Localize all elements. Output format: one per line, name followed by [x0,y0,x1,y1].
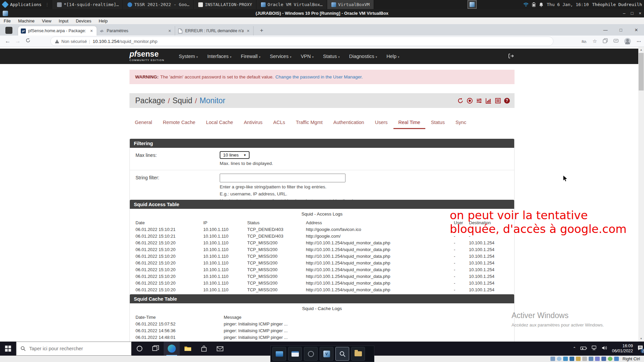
collections-icon[interactable] [603,38,608,44]
user-manager-link[interactable]: Change the password in the User Manager. [275,74,363,79]
shared-folders-icon[interactable] [582,357,587,361]
dock-item-virtualbox[interactable]: V [320,347,333,361]
nav-item-diagnostics[interactable]: Diagnostics▾ [344,54,382,59]
virtualbox-tray-icon[interactable] [468,0,477,9]
audio-icon[interactable] [563,357,568,361]
nav-item-status[interactable]: Status▾ [318,54,344,59]
vbox-menu-input[interactable]: Input [55,18,72,23]
refresh-icon[interactable] [23,38,33,45]
host-user[interactable]: Théophile Dudreuilh [592,2,642,7]
dock-item-folder[interactable] [351,347,365,361]
host-clock[interactable]: Thu 6 Jan, 16:10 [547,2,589,7]
features-icon[interactable] [601,357,606,361]
back-icon[interactable]: ← [3,38,13,45]
volume-icon[interactable] [602,346,607,352]
cortana-button[interactable] [131,342,148,356]
dock-item-magnifier[interactable] [335,347,349,361]
dock-item-window[interactable] [272,347,286,361]
nav-item-firewall[interactable]: Firewall▾ [236,54,265,59]
nav-item-help[interactable]: Help▾ [382,54,404,59]
string-filter-input[interactable] [220,174,345,182]
tab-authentication[interactable]: Authentication [328,117,369,129]
tab-close-icon[interactable]: × [246,28,251,34]
display-icon[interactable] [589,357,593,361]
forward-icon[interactable]: → [13,38,23,45]
battery-icon[interactable] [580,346,587,352]
mouse-icon[interactable] [608,357,612,361]
scroll-down-icon[interactable]: ▼ [638,336,644,342]
tab-search-icon[interactable] [5,27,12,34]
vbox-menu-machine[interactable]: Machine [14,18,38,23]
scroll-up-icon[interactable]: ▲ [638,47,644,53]
page-scrollbar[interactable]: ▲ ▼ [638,47,644,342]
scrollbar-thumb[interactable] [639,53,644,90]
host-window-button[interactable]: TSSR 2021-2022 - Goo… [123,0,194,9]
nav-item-system[interactable]: System▾ [174,54,203,59]
translate-icon[interactable]: aあ [582,39,587,44]
mail-button[interactable] [212,342,228,356]
more-menu-icon[interactable]: ⋯ [637,39,641,44]
vbox-menu-file[interactable]: File [0,18,14,23]
tab-status[interactable]: Status [426,117,450,129]
host-window-button[interactable]: Oracle VM VirtualBox… [257,0,327,9]
log-icon[interactable] [495,98,501,104]
security-chip[interactable]: Non sécurisé | [55,39,90,44]
new-tab-button[interactable]: + [258,27,266,34]
vbox-menu-devices[interactable]: Devices [72,18,95,23]
help-icon[interactable]: ? [504,98,510,104]
notifications-bell-icon[interactable] [539,2,543,7]
applications-menu[interactable]: Applications [10,2,42,7]
tab-close-icon[interactable]: × [167,28,172,34]
logout-icon[interactable] [508,53,514,60]
stop-icon[interactable] [467,98,473,104]
network-icon[interactable] [591,346,597,352]
tab-traffic-mgmt[interactable]: Traffic Mgmt [291,117,328,129]
profile-avatar[interactable] [624,38,631,45]
store-button[interactable] [196,342,212,356]
breadcrumb-item[interactable]: Package [135,96,165,105]
favorites-star-icon[interactable]: ☆ [593,38,597,44]
vbox-menu-view[interactable]: View [38,18,55,23]
tab-sync[interactable]: Sync [450,117,471,129]
task-view-button[interactable] [148,342,164,356]
taskbar-search[interactable] [16,342,131,356]
host-window-button[interactable]: *[14-squid-realtime]… [53,0,123,9]
vbox-menu-help[interactable]: Help [95,18,111,23]
nav-item-vpn[interactable]: VPN▾ [296,54,318,59]
keyboard-icon[interactable] [614,357,619,361]
address-bar[interactable]: Non sécurisé | 10.100.1.254/squid_monito… [50,37,553,46]
tab-users[interactable]: Users [370,117,393,129]
host-window-button[interactable]: INSTALLATION-PROXY [194,0,257,9]
file-explorer-button[interactable] [180,342,196,356]
tab-remote-cache[interactable]: Remote Cache [158,117,201,129]
tab-acls[interactable]: ACLs [268,117,290,129]
tab-close-icon[interactable]: × [89,28,94,34]
browser-tab[interactable]: pfpfSense.home.arpa - Package: S× [18,26,97,36]
pfsense-logo[interactable]: pfsense COMMUNITY EDITION [129,50,164,62]
wifi-icon[interactable] [523,2,529,7]
start-button[interactable] [0,342,16,356]
max-lines-select[interactable]: 10 lines ▼ [220,151,250,159]
optical-icon[interactable] [557,357,561,361]
maximize-icon[interactable]: □ [631,11,634,16]
browser-essentials-icon[interactable] [613,38,619,44]
dock-item-window-2[interactable] [288,347,302,361]
nav-item-interfaces[interactable]: Interfaces▾ [203,54,236,59]
maximize-icon[interactable]: □ [613,24,629,36]
search-input[interactable] [29,346,120,351]
recording-icon[interactable] [595,357,600,361]
tab-local-cache[interactable]: Local Cache [201,117,238,129]
tab-general[interactable]: General [130,117,157,129]
action-center-icon[interactable]: 2 [637,345,643,352]
taskbar-clock[interactable]: 16:09 06/01/2022 [612,344,633,354]
tab-antivirus[interactable]: Antivirus [239,117,268,129]
minimize-icon[interactable]: — [598,24,613,36]
close-icon[interactable]: × [639,11,641,16]
nav-item-services[interactable]: Services▾ [265,54,296,59]
refresh-icon[interactable] [457,98,464,104]
chart-icon[interactable] [485,98,492,104]
dock-item-circle[interactable] [304,347,318,361]
battery-icon[interactable] [532,2,536,7]
breadcrumb-item[interactable]: Squid [172,96,192,105]
close-icon[interactable]: ✕ [629,24,644,36]
